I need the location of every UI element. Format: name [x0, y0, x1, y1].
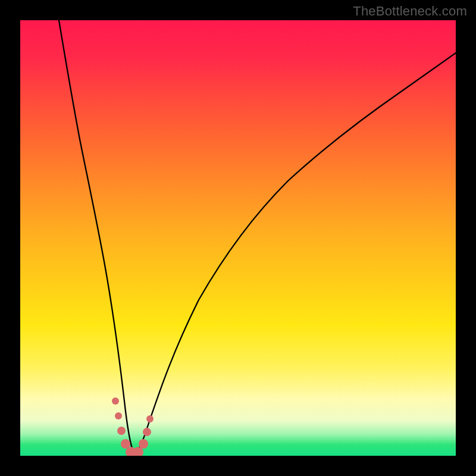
svg-point-6	[139, 439, 148, 449]
svg-point-2	[117, 427, 126, 435]
svg-point-0	[112, 397, 119, 405]
watermark-text: TheBottleneck.com	[353, 4, 467, 19]
svg-point-7	[143, 428, 151, 436]
plot-area	[20, 20, 456, 456]
outer-frame: TheBottleneck.com	[0, 0, 476, 476]
svg-point-3	[121, 439, 130, 449]
plot-svg	[20, 20, 456, 456]
svg-point-8	[146, 415, 154, 422]
svg-point-1	[115, 412, 122, 419]
bottleneck-curve	[59, 20, 456, 452]
